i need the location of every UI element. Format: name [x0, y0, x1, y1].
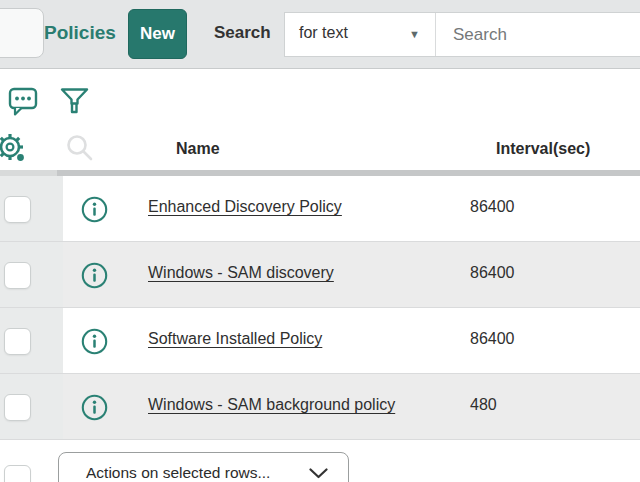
top-bar: Policies New Search for text ▼ [0, 0, 640, 69]
policy-link[interactable]: Windows - SAM background policy [148, 396, 395, 414]
search-input[interactable] [436, 13, 640, 56]
policy-link[interactable]: Enhanced Discovery Policy [148, 198, 342, 216]
actions-dropdown-value: Actions on selected rows... [86, 464, 270, 482]
interval-value: 86400 [470, 330, 515, 348]
row-checkbox[interactable] [4, 196, 31, 223]
policy-link[interactable]: Windows - SAM discovery [148, 264, 334, 282]
policy-link[interactable]: Software Installed Policy [148, 330, 322, 348]
search-label: Search [214, 23, 271, 43]
list-header: Name Interval(sec) [0, 130, 640, 170]
table-row: Windows - SAM discovery 86400 [0, 242, 640, 308]
column-label[interactable]: Name [176, 140, 220, 158]
row-checkbox[interactable] [4, 394, 31, 421]
table-row: Windows - SAM background policy 480 [0, 374, 640, 440]
search-type-value: for text [299, 24, 348, 42]
column-label[interactable]: Interval(sec) [496, 140, 590, 158]
table-row: Software Installed Policy 86400 [0, 308, 640, 374]
info-icon[interactable] [81, 328, 108, 355]
list-search-icon[interactable] [64, 133, 96, 165]
policies-list-screen: Policies New Search for text ▼ All > Is … [0, 0, 640, 482]
interval-value: 86400 [470, 264, 515, 282]
page-title: Policies [44, 22, 116, 44]
row-checkbox[interactable] [4, 328, 31, 355]
chevron-down-icon [309, 468, 328, 479]
table-row: Enhanced Discovery Policy 86400 [0, 176, 640, 242]
filter-bar: All > Is draft = false .or. Publish stat… [0, 69, 640, 130]
new-button[interactable]: New [128, 9, 187, 59]
row-checkbox[interactable] [4, 262, 31, 289]
interval-value: 480 [470, 396, 497, 414]
gear-icon[interactable] [0, 131, 30, 167]
interval-value: 86400 [470, 198, 515, 216]
list-footer: Actions on selected rows... [0, 441, 640, 482]
info-icon[interactable] [81, 394, 108, 421]
select-all-checkbox[interactable] [4, 465, 31, 482]
column-header-interval[interactable]: Interval(sec) [470, 140, 590, 158]
search-type-select[interactable]: for text ▼ [285, 13, 435, 56]
info-icon[interactable] [81, 196, 108, 223]
info-icon[interactable] [81, 262, 108, 289]
actions-dropdown[interactable]: Actions on selected rows... [58, 452, 349, 482]
dropdown-arrow-icon: ▼ [409, 28, 420, 40]
filter-icon[interactable] [59, 86, 90, 117]
column-header-name[interactable]: Name [150, 140, 220, 158]
main-menu-button[interactable] [0, 8, 44, 58]
search-combo: for text ▼ [284, 12, 640, 57]
comments-icon[interactable] [8, 87, 38, 117]
